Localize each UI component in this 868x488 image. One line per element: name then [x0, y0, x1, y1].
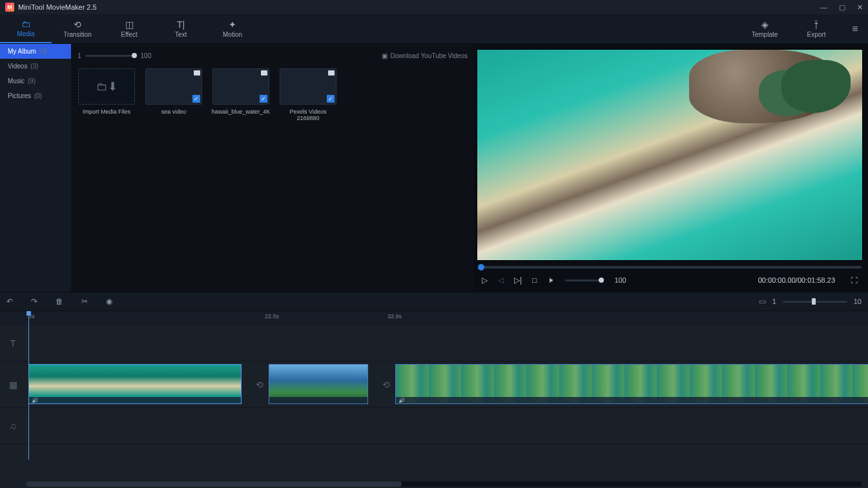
- clip-label: hawaii_blue_water_4K: [212, 108, 271, 115]
- sidebar-item-pictures[interactable]: Pictures (0): [0, 88, 71, 103]
- stop-button[interactable]: □: [532, 276, 537, 285]
- sidebar-count: (3): [30, 63, 38, 70]
- media-clip[interactable]: ✓ Pexels Videos 2169880: [279, 68, 337, 121]
- tab-motion[interactable]: ✦ Motion: [207, 14, 258, 43]
- thumbnail-zoom-slider[interactable]: [85, 55, 137, 57]
- sidebar-label: Pictures: [8, 92, 31, 99]
- sidebar-label: Music: [8, 77, 25, 85]
- fit-timeline-button[interactable]: ▭: [759, 297, 766, 306]
- play-button[interactable]: ▷: [482, 276, 488, 285]
- maximize-button[interactable]: ▢: [839, 3, 845, 12]
- tab-label: Text: [175, 31, 187, 38]
- next-frame-button[interactable]: ▷|: [514, 276, 522, 285]
- text-icon: T|: [177, 19, 185, 30]
- tab-label: Export: [807, 31, 826, 38]
- tab-label: Motion: [223, 31, 242, 38]
- checkmark-icon: ✓: [327, 95, 335, 103]
- import-label: Import Media Files: [83, 108, 130, 115]
- checkmark-icon: ✓: [260, 95, 267, 103]
- seek-bar[interactable]: [478, 266, 862, 269]
- volume-slider[interactable]: [565, 280, 604, 281]
- delete-button[interactable]: 🗑: [56, 297, 63, 306]
- text-track[interactable]: T: [0, 325, 868, 361]
- ruler-tick: 32.9s: [388, 313, 402, 320]
- video-badge-icon: [261, 70, 267, 76]
- timeline-zoom-slider[interactable]: [783, 301, 847, 303]
- timeline-scrollbar[interactable]: [26, 482, 862, 487]
- media-library: 1 100 ▣ Download YouTube Videos 🗀⬇ Impor…: [71, 44, 474, 292]
- sidebar-label: My Album: [8, 48, 36, 55]
- video-track-icon: ▦: [0, 380, 26, 390]
- close-button[interactable]: ✕: [857, 3, 863, 12]
- media-clip[interactable]: ✓ sea video: [145, 68, 203, 121]
- text-track-icon: T: [0, 338, 26, 349]
- preview-viewport[interactable]: [477, 49, 863, 261]
- sidebar-label: Videos: [8, 63, 27, 70]
- app-title: MiniTool MovieMaker 2.5: [18, 3, 820, 11]
- sidebar-item-music[interactable]: Music (9): [0, 74, 71, 88]
- sidebar-item-videos[interactable]: Videos (3): [0, 59, 71, 74]
- tab-media[interactable]: 🗀 Media: [0, 14, 52, 43]
- video-camera-icon: ▣: [382, 52, 388, 59]
- media-clip[interactable]: ✓ hawaii_blue_water_4K: [212, 68, 270, 121]
- checkmark-icon: ✓: [192, 95, 200, 103]
- redo-button[interactable]: ↷: [31, 297, 37, 306]
- audio-track[interactable]: ♫: [0, 408, 868, 444]
- clip-label: Pexels Videos 2169880: [279, 108, 337, 121]
- music-track-icon: ♫: [0, 421, 26, 431]
- tab-label: Template: [752, 31, 778, 38]
- effect-icon: ◫: [125, 19, 134, 30]
- timeline-clip[interactable]: 🔊: [395, 364, 868, 404]
- tl-zoom-min: 1: [772, 298, 776, 305]
- tab-label: Effect: [121, 31, 137, 38]
- sidebar-count: (3): [39, 48, 47, 55]
- preview-panel: ▷ ◁ ▷| □ 🕨 100 00:00:00.00/00:01:58.23 ⛶: [474, 44, 868, 292]
- tab-template[interactable]: ◈ Template: [739, 14, 790, 43]
- transition-icon: ⟲: [74, 19, 81, 30]
- video-badge-icon: [328, 70, 335, 76]
- template-icon: ◈: [761, 19, 769, 30]
- menu-button[interactable]: ≡: [842, 23, 868, 35]
- split-button[interactable]: ✂: [81, 297, 88, 306]
- download-label: Download YouTube Videos: [390, 52, 468, 59]
- tab-export[interactable]: ⭱ Export: [790, 14, 842, 43]
- motion-icon: ✦: [229, 19, 236, 30]
- sidebar-count: (0): [34, 92, 42, 99]
- folder-icon: 🗀: [21, 19, 30, 29]
- volume-icon[interactable]: 🕨: [547, 276, 555, 285]
- sidebar-item-my-album[interactable]: My Album (3): [0, 44, 71, 59]
- import-icon: 🗀⬇: [96, 79, 118, 94]
- prev-frame-button[interactable]: ◁: [498, 276, 504, 285]
- tab-label: Transition: [63, 31, 92, 38]
- speed-button[interactable]: ◉: [106, 297, 112, 306]
- ruler-tick: 22.5s: [265, 313, 279, 320]
- import-media-tile[interactable]: 🗀⬇ Import Media Files: [78, 68, 136, 121]
- thumb-zoom-min: 1: [78, 52, 81, 59]
- main-ribbon: 🗀 Media ⟲ Transition ◫ Effect T| Text ✦ …: [0, 14, 868, 44]
- thumb-zoom-max: 100: [141, 52, 152, 59]
- tl-zoom-max: 10: [854, 298, 862, 305]
- video-badge-icon: [194, 70, 200, 76]
- tab-transition[interactable]: ⟲ Transition: [52, 14, 103, 43]
- timeline-toolbar: ↶ ↷ 🗑 ✂ ◉ ▭ 1 10: [0, 292, 868, 311]
- playhead[interactable]: [28, 311, 29, 460]
- tab-effect[interactable]: ◫ Effect: [103, 14, 155, 43]
- timeline: 0s 22.5s 32.9s T ▦ 🔊 ⟲ ⟲: [0, 311, 868, 488]
- transition-slot[interactable]: ⟲: [253, 378, 266, 391]
- timeline-clip[interactable]: [269, 364, 368, 404]
- timeline-clip[interactable]: 🔊: [28, 364, 242, 404]
- time-ruler[interactable]: 0s 22.5s 32.9s: [0, 311, 868, 325]
- download-youtube-link[interactable]: ▣ Download YouTube Videos: [382, 52, 468, 59]
- fullscreen-button[interactable]: ⛶: [851, 276, 858, 284]
- sidebar-count: (9): [28, 77, 36, 85]
- tab-text[interactable]: T| Text: [155, 14, 207, 43]
- undo-button[interactable]: ↶: [6, 297, 13, 306]
- media-sidebar: My Album (3) Videos (3) Music (9) Pictur…: [0, 44, 71, 292]
- minimize-button[interactable]: —: [820, 3, 827, 12]
- title-bar: M MiniTool MovieMaker 2.5 — ▢ ✕: [0, 0, 868, 14]
- transition-slot[interactable]: ⟲: [380, 378, 393, 391]
- audio-icon: 🔊: [32, 398, 38, 403]
- time-display: 00:00:00.00/00:01:58.23: [758, 276, 835, 284]
- video-track[interactable]: ▦ 🔊 ⟲ ⟲ 🔊: [0, 361, 868, 408]
- audio-icon: 🔊: [398, 398, 405, 403]
